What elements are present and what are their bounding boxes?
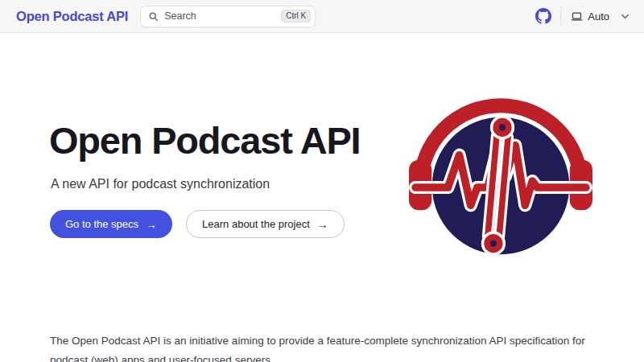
go-to-specs-button[interactable]: Go to the specs → (50, 210, 172, 238)
arrow-right-icon: → (317, 218, 328, 231)
hero-buttons: Go to the specs → Learn about the projec… (50, 210, 345, 238)
page-title: Open Podcast API (49, 117, 360, 165)
open-podcast-api-logo (407, 97, 594, 269)
navbar: Open Podcast API Search Ctrl K Auto (0, 0, 644, 33)
learn-about-project-label: Learn about the project (202, 218, 310, 230)
hero-tagline: A new API for podcast synchronization (51, 177, 270, 191)
search-placeholder: Search (164, 10, 281, 22)
go-to-specs-label: Go to the specs (65, 218, 138, 230)
search-shortcut-badge: Ctrl K (281, 10, 311, 23)
intro-paragraph: The Open Podcast API is an initiative ai… (50, 331, 588, 362)
search-icon (148, 11, 159, 22)
search-input[interactable]: Search Ctrl K (140, 6, 316, 27)
laptop-icon (571, 10, 583, 23)
learn-about-project-button[interactable]: Learn about the project → (186, 210, 345, 238)
site-title[interactable]: Open Podcast API (16, 9, 128, 24)
navbar-divider (560, 7, 561, 25)
navbar-actions: Auto (526, 7, 630, 25)
chevron-down-icon (621, 12, 630, 21)
theme-selector[interactable]: Auto (571, 10, 630, 23)
arrow-right-icon: → (146, 218, 157, 231)
github-icon[interactable] (526, 8, 560, 24)
theme-label: Auto (588, 10, 609, 23)
